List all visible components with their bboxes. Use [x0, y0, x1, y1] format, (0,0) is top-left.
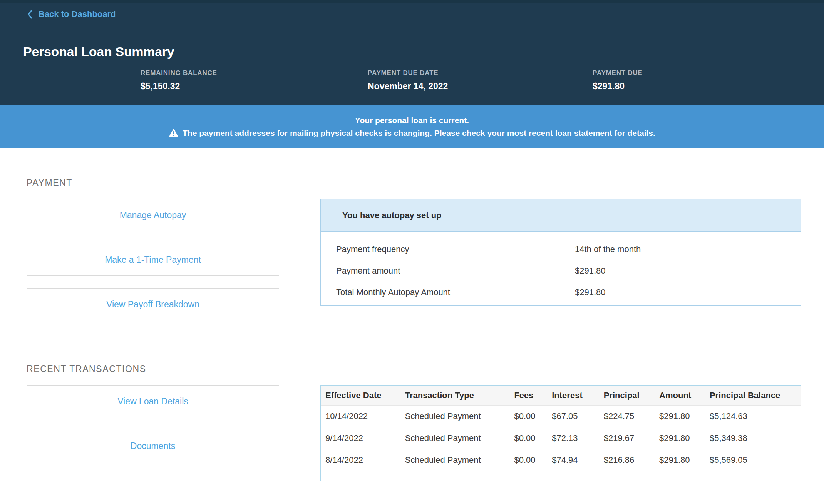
stat-value: November 14, 2022	[368, 81, 448, 92]
cell-transaction-type: Scheduled Payment	[405, 455, 514, 465]
warning-triangle-icon	[169, 128, 179, 137]
payment-section-label: PAYMENT	[27, 178, 72, 188]
window-top-edge	[0, 0, 824, 3]
documents-button[interactable]: Documents	[27, 430, 279, 462]
notice-text: The payment addresses for mailing physic…	[183, 129, 655, 138]
row-value: $291.80	[575, 287, 606, 297]
manage-autopay-button[interactable]: Manage Autopay	[27, 199, 279, 231]
row-value: 14th of the month	[575, 244, 641, 254]
stat-label: REMAINING BALANCE	[141, 69, 217, 77]
cell-interest: $67.05	[552, 411, 604, 421]
mailing-address-notice: The payment addresses for mailing physic…	[169, 129, 655, 138]
cell-fees: $0.00	[514, 411, 552, 421]
cell-principal-balance: $5,349.38	[710, 433, 796, 443]
loan-current-status: Your personal loan is current.	[355, 116, 469, 125]
cell-principal: $216.86	[604, 455, 659, 465]
column-header-principal: Principal	[604, 391, 659, 401]
autopay-row-total-monthly: Total Monthly Autopay Amount $291.80	[336, 282, 801, 303]
cell-principal-balance: $5,569.05	[710, 455, 796, 465]
row-label: Total Monthly Autopay Amount	[336, 287, 575, 297]
payoff-breakdown-button[interactable]: View Payoff Breakdown	[27, 288, 279, 320]
autopay-summary-card: You have autopay set up Payment frequenc…	[320, 199, 801, 306]
cell-effective-date: 10/14/2022	[325, 411, 405, 421]
stat-value: $291.80	[593, 81, 643, 92]
stat-payment-due: PAYMENT DUE $291.80	[593, 69, 643, 92]
one-time-payment-button[interactable]: Make a 1-Time Payment	[27, 244, 279, 276]
cell-fees: $0.00	[514, 433, 552, 443]
cell-amount: $291.80	[659, 411, 710, 421]
stat-payment-due-date: PAYMENT DUE DATE November 14, 2022	[368, 69, 448, 92]
cell-principal: $219.67	[604, 433, 659, 443]
column-header-interest: Interest	[552, 391, 604, 401]
loan-status-banner: Your personal loan is current. The payme…	[0, 105, 824, 148]
autopay-row-amount: Payment amount $291.80	[336, 260, 801, 282]
cell-fees: $0.00	[514, 455, 552, 465]
cell-amount: $291.80	[659, 455, 710, 465]
autopay-card-title: You have autopay set up	[321, 199, 801, 232]
column-header-amount: Amount	[659, 391, 710, 401]
column-header-effective-date: Effective Date	[325, 391, 405, 401]
cell-transaction-type: Scheduled Payment	[405, 411, 514, 421]
personal-loan-summary-page: Back to Dashboard Personal Loan Summary …	[0, 0, 824, 504]
column-header-principal-balance: Principal Balance	[710, 391, 796, 401]
stat-label: PAYMENT DUE DATE	[368, 69, 448, 77]
table-row: 8/14/2022 Scheduled Payment $0.00 $74.94…	[321, 449, 801, 471]
stat-value: $5,150.32	[141, 81, 217, 92]
cell-interest: $72.13	[552, 433, 604, 443]
cell-effective-date: 9/14/2022	[325, 433, 405, 443]
stat-remaining-balance: REMAINING BALANCE $5,150.32	[141, 69, 217, 92]
transactions-section-label: RECENT TRANSACTIONS	[27, 364, 146, 374]
row-label: Payment amount	[336, 266, 575, 276]
table-row: 9/14/2022 Scheduled Payment $0.00 $72.13…	[321, 427, 801, 449]
recent-transactions-table: Effective Date Transaction Type Fees Int…	[320, 385, 801, 481]
page-title: Personal Loan Summary	[23, 44, 174, 59]
cell-principal: $224.75	[604, 411, 659, 421]
cell-interest: $74.94	[552, 455, 604, 465]
stat-label: PAYMENT DUE	[593, 69, 643, 77]
cell-transaction-type: Scheduled Payment	[405, 433, 514, 443]
table-header-row: Effective Date Transaction Type Fees Int…	[321, 386, 801, 405]
cell-principal-balance: $5,124.63	[710, 411, 796, 421]
cell-effective-date: 8/14/2022	[325, 455, 405, 465]
cell-amount: $291.80	[659, 433, 710, 443]
row-label: Payment frequency	[336, 244, 575, 254]
loan-stats-row: REMAINING BALANCE $5,150.32 PAYMENT DUE …	[0, 69, 824, 100]
chevron-left-icon	[27, 9, 33, 19]
back-to-dashboard-link[interactable]: Back to Dashboard	[27, 9, 116, 19]
column-header-fees: Fees	[514, 391, 552, 401]
row-value: $291.80	[575, 266, 606, 276]
back-link-label: Back to Dashboard	[39, 9, 116, 19]
autopay-row-frequency: Payment frequency 14th of the month	[336, 239, 801, 260]
table-row: 10/14/2022 Scheduled Payment $0.00 $67.0…	[321, 405, 801, 427]
view-loan-details-button[interactable]: View Loan Details	[27, 385, 279, 417]
hero-header: Back to Dashboard Personal Loan Summary …	[0, 0, 824, 105]
column-header-transaction-type: Transaction Type	[405, 391, 514, 401]
autopay-card-body: Payment frequency 14th of the month Paym…	[321, 232, 801, 303]
